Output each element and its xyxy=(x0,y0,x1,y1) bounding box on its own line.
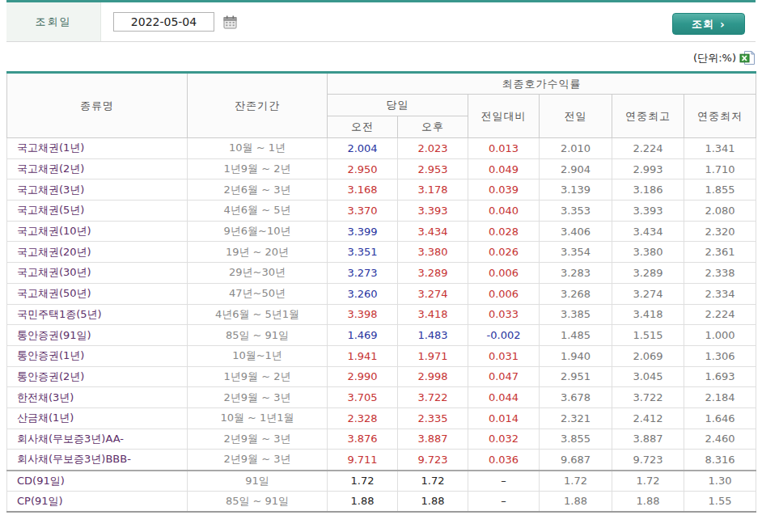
yearly-low: 2.334 xyxy=(684,283,756,304)
yearly-low: 1.000 xyxy=(684,325,756,346)
header-prev: 전일 xyxy=(540,95,612,138)
yield-pm: 3.418 xyxy=(398,304,468,325)
yearly-high: 3.393 xyxy=(612,201,684,222)
yearly-high: 3.434 xyxy=(612,221,684,242)
yield-prev-day: 3.385 xyxy=(540,304,612,325)
yield-am: 3.876 xyxy=(328,429,398,450)
remaining-period: 29년~30년 xyxy=(188,263,328,284)
yearly-high: 3.274 xyxy=(612,283,684,304)
bond-name: 통안증권(91일) xyxy=(7,325,188,346)
yearly-high: 3.045 xyxy=(612,366,684,387)
yearly-high: 3.887 xyxy=(612,429,684,450)
bond-name: 국민주택1종(5년) xyxy=(7,304,188,325)
yield-am: 2.990 xyxy=(328,366,398,387)
yield-am: 3.260 xyxy=(328,283,398,304)
table-row: 국고채권(10년)9년6월~10년3.3993.4340.0283.4063.4… xyxy=(7,221,756,242)
calendar-icon[interactable] xyxy=(222,14,238,30)
yield-prev-day: 2.951 xyxy=(540,366,612,387)
bond-name: 국고채권(30년) xyxy=(7,263,188,284)
table-row: 국고채권(5년)4년6월 ~ 5년3.3703.3930.0403.3533.3… xyxy=(7,201,756,222)
yield-pm: 2.998 xyxy=(398,366,468,387)
bond-yield-page: 조회일 조회 › (단위:%) xyxy=(0,0,762,532)
remaining-period: 2년6월 ~ 3년 xyxy=(188,179,328,201)
yield-am: 3.705 xyxy=(328,387,398,408)
table-row: 국고채권(20년)19년 ~ 20년3.3513.3800.0263.3543.… xyxy=(7,242,756,263)
change-vs-prev-day: 0.044 xyxy=(468,387,540,408)
date-input[interactable] xyxy=(113,12,214,32)
header-am: 오전 xyxy=(328,116,398,138)
yield-pm: 3.178 xyxy=(398,179,468,201)
table-row: 회사채(무보증3년)AA-2년9월 ~ 3년3.8763.8870.0323.8… xyxy=(7,429,756,450)
unit-label: (단위:%) xyxy=(693,51,736,65)
remaining-period: 1년9월 ~ 2년 xyxy=(188,158,328,179)
yield-prev-day: 3.268 xyxy=(540,283,612,304)
remaining-period: 1년9월 ~ 2년 xyxy=(188,366,328,387)
yearly-low: 2.224 xyxy=(684,304,756,325)
remaining-period: 10월 ~ 1년1월 xyxy=(188,407,328,429)
table-row: 회사채(무보증3년)BBB-2년9월 ~ 3년9.7119.7230.0369.… xyxy=(7,450,756,471)
yield-am: 2.950 xyxy=(328,158,398,179)
yearly-low: 1.306 xyxy=(684,345,756,366)
yield-pm: 1.971 xyxy=(398,345,468,366)
change-vs-prev-day: 0.006 xyxy=(468,263,540,284)
table-row: 국고채권(1년)10월 ~ 1년2.0042.0230.0132.0102.22… xyxy=(7,138,756,159)
change-vs-prev-day: 0.028 xyxy=(468,221,540,242)
change-vs-prev-day: 0.039 xyxy=(468,179,540,201)
yield-pm: 3.274 xyxy=(398,283,468,304)
excel-export-icon[interactable] xyxy=(739,50,756,65)
date-field-area xyxy=(101,2,756,41)
change-vs-prev-day: 0.013 xyxy=(468,138,540,159)
remaining-period: 2년9월 ~ 3년 xyxy=(188,387,328,408)
change-vs-prev-day: 0.032 xyxy=(468,429,540,450)
yield-am: 1.941 xyxy=(328,345,398,366)
change-vs-prev-day: 0.026 xyxy=(468,242,540,263)
yearly-low: 2.184 xyxy=(684,387,756,408)
remaining-period: 10월 ~ 1년 xyxy=(188,138,328,159)
change-vs-prev-day: 0.033 xyxy=(468,304,540,325)
yearly-high: 1.72 xyxy=(612,471,684,492)
yield-pm: 2.953 xyxy=(398,158,468,179)
yearly-low: 2.460 xyxy=(684,429,756,450)
yield-am: 9.711 xyxy=(328,450,398,471)
yield-pm: 9.723 xyxy=(398,450,468,471)
change-vs-prev-day: 0.036 xyxy=(468,450,540,471)
search-button[interactable]: 조회 › xyxy=(672,13,745,35)
remaining-period: 2년9월 ~ 3년 xyxy=(188,429,328,450)
yield-prev-day: 1.88 xyxy=(540,491,612,512)
change-vs-prev-day: 0.006 xyxy=(468,283,540,304)
remaining-period: 47년~50년 xyxy=(188,283,328,304)
yield-am: 2.328 xyxy=(328,407,398,429)
yearly-high: 3.380 xyxy=(612,242,684,263)
header-change: 전일대비 xyxy=(468,95,540,138)
yearly-low: 2.338 xyxy=(684,263,756,284)
bond-name: 국고채권(5년) xyxy=(7,201,188,222)
yearly-high: 9.723 xyxy=(612,450,684,471)
yield-table: 종류명 잔존기간 최종호가수익률 당일 전일대비 전일 연중최고 연중최저 오전… xyxy=(6,71,756,513)
yearly-low: 1.55 xyxy=(684,491,756,512)
table-row: 국민주택1종(5년)4년6월 ~ 5년1월3.3983.4180.0333.38… xyxy=(7,304,756,325)
yield-prev-day: 2.010 xyxy=(540,138,612,159)
table-header: 종류명 잔존기간 최종호가수익률 당일 전일대비 전일 연중최고 연중최저 오전… xyxy=(7,73,756,138)
yield-am: 3.398 xyxy=(328,304,398,325)
yield-pm: 3.393 xyxy=(398,201,468,222)
remaining-period: 91일 xyxy=(188,471,328,492)
change-vs-prev-day: 0.040 xyxy=(468,201,540,222)
bond-name: 회사채(무보증3년)AA- xyxy=(7,429,188,450)
change-vs-prev-day: 0.047 xyxy=(468,366,540,387)
table-row: 통안증권(2년)1년9월 ~ 2년2.9902.9980.0472.9513.0… xyxy=(7,366,756,387)
yield-pm: 3.722 xyxy=(398,387,468,408)
yearly-high: 2.069 xyxy=(612,345,684,366)
yearly-high: 3.418 xyxy=(612,304,684,325)
table-row: 국고채권(3년)2년6월 ~ 3년3.1683.1780.0393.1393.1… xyxy=(7,179,756,201)
header-year-high: 연중최고 xyxy=(612,95,684,138)
yield-am: 2.004 xyxy=(328,138,398,159)
yearly-high: 3.186 xyxy=(612,179,684,201)
change-vs-prev-day: – xyxy=(468,491,540,512)
yield-am: 1.88 xyxy=(328,491,398,512)
table-row: 통안증권(91일)85일 ~ 91일1.4691.483-0.0021.4851… xyxy=(7,325,756,346)
table-row: 통안증권(1년)10월~1년1.9411.9710.0311.9402.0691… xyxy=(7,345,756,366)
table-row: 한전채(3년)2년9월 ~ 3년3.7053.7220.0443.6783.72… xyxy=(7,387,756,408)
yield-prev-day: 3.406 xyxy=(540,221,612,242)
yearly-high: 2.224 xyxy=(612,138,684,159)
yield-am: 1.469 xyxy=(328,325,398,346)
